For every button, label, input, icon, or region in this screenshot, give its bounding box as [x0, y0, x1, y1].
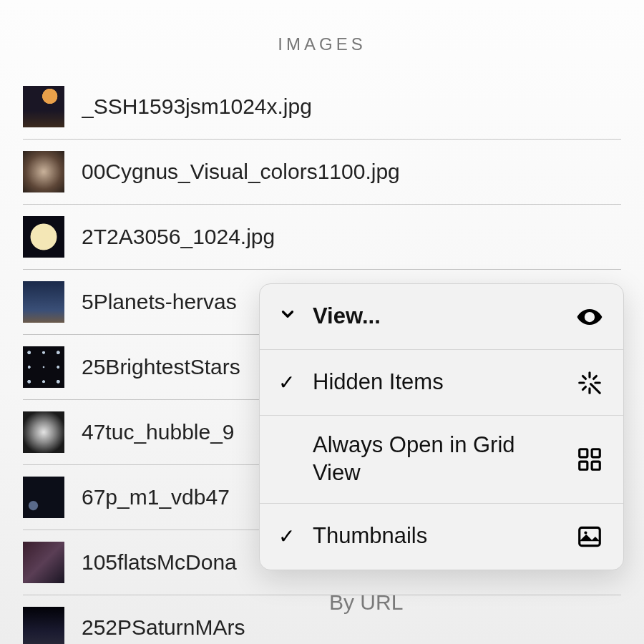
file-name: 67p_m1_vdb47: [82, 485, 230, 509]
file-thumbnail: [23, 281, 64, 323]
file-thumbnail: [23, 86, 64, 127]
svg-rect-9: [580, 449, 587, 457]
svg-line-7: [583, 386, 586, 389]
file-thumbnail: [23, 542, 64, 583]
svg-rect-10: [592, 449, 600, 457]
file-name: 25BrightestStars: [82, 355, 240, 379]
svg-rect-13: [580, 527, 600, 545]
file-thumbnail: [23, 151, 64, 192]
menu-item-label: Thumbnails: [313, 522, 562, 550]
menu-item-thumbnails[interactable]: ✓ Thumbnails: [260, 504, 623, 570]
file-row[interactable]: 2T2A3056_1024.jpg: [23, 205, 621, 270]
svg-rect-11: [580, 462, 587, 469]
file-name: 00Cygnus_Visual_colors1100.jpg: [82, 160, 400, 184]
file-name: 2T2A3056_1024.jpg: [82, 225, 275, 249]
check-icon: ✓: [278, 525, 300, 548]
file-thumbnail: [23, 607, 64, 644]
file-row[interactable]: 00Cygnus_Visual_colors1100.jpg: [23, 140, 621, 205]
file-row[interactable]: 252PSaturnMArs: [23, 595, 621, 644]
svg-point-14: [584, 531, 587, 534]
file-thumbnail: [23, 346, 64, 388]
file-name: 47tuc_hubble_9: [82, 420, 235, 444]
svg-rect-12: [592, 462, 600, 469]
menu-item-hidden-items[interactable]: ✓ Hidden Items: [260, 350, 623, 416]
file-name: 5Planets-hervas: [82, 290, 237, 314]
sparkle-cursor-icon: [575, 368, 605, 398]
svg-line-5: [583, 376, 586, 379]
eye-icon: [575, 302, 605, 332]
svg-line-8: [591, 384, 600, 393]
file-name: 105flatsMcDona: [82, 550, 237, 575]
menu-item-grid-view[interactable]: Always Open in Grid View: [260, 416, 623, 504]
file-name: _SSH1593jsm1024x.jpg: [82, 94, 312, 119]
menu-item-label: Always Open in Grid View: [313, 431, 562, 487]
file-thumbnail: [23, 411, 64, 453]
picture-icon: [575, 522, 605, 552]
by-url-label[interactable]: By URL: [329, 590, 403, 615]
file-row[interactable]: _SSH1593jsm1024x.jpg: [23, 74, 621, 140]
section-header: IMAGES: [0, 0, 644, 74]
file-name: 252PSaturnMArs: [82, 615, 245, 640]
file-thumbnail: [23, 216, 64, 258]
view-menu-popover: View... ✓ Hidden Items Always Open in Gr…: [259, 283, 624, 570]
file-thumbnail: [23, 477, 64, 518]
grid-icon: [575, 444, 605, 474]
svg-point-0: [587, 314, 592, 320]
menu-header-label: View...: [313, 303, 562, 331]
check-icon: ✓: [278, 371, 300, 394]
menu-item-label: Hidden Items: [313, 369, 562, 396]
menu-header-view[interactable]: View...: [260, 284, 623, 350]
chevron-down-icon: [278, 305, 300, 328]
svg-line-6: [594, 376, 597, 379]
